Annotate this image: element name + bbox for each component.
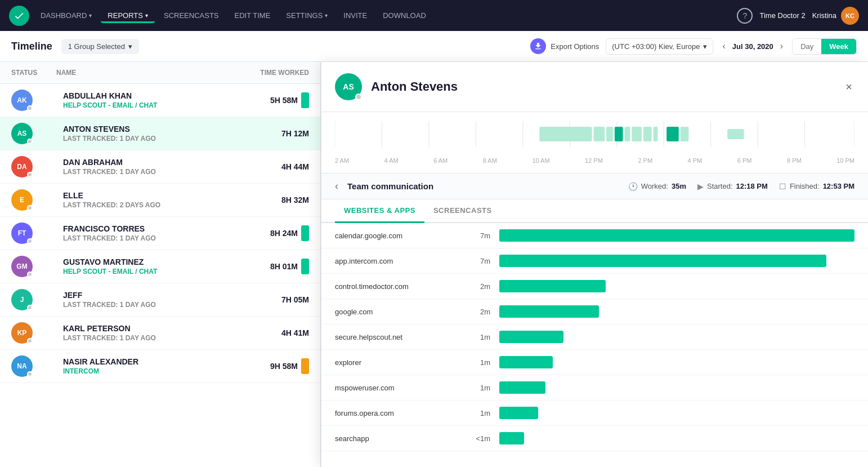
close-panel-button[interactable]: × [843,78,854,96]
row-time-cell: 8h 01m [253,259,309,274]
table-row[interactable]: AS Anton Stevens Last Tracked: 1 day ago… [0,117,320,150]
export-button[interactable]: Export Options [530,38,599,54]
nav-download[interactable]: DOWNLOAD [376,8,433,23]
row-name-cell: Jeff Last Tracked: 1 day ago [56,291,253,309]
status-dot [27,338,33,344]
timezone-selector[interactable]: (UTC +03:00) Kiev, Europe ▾ [606,38,713,55]
prev-date-button[interactable]: ‹ [720,39,727,54]
svg-rect-17 [632,127,642,141]
svg-rect-14 [606,127,613,141]
detail-panel: AS Anton Stevens × [321,62,868,467]
row-time-cell: 4h 41m [253,328,309,337]
table-row[interactable]: E Elle Last Tracked: 2 days ago 8h 32m [0,184,320,217]
avatar: NA [11,355,33,377]
website-time: 2m [468,282,490,291]
website-bar [499,280,606,292]
app-logo[interactable] [9,6,29,26]
back-button[interactable]: ‹ [335,180,338,192]
started-value: 12:18 PM [736,182,768,190]
chevron-down-icon: ▾ [89,12,92,19]
website-bar [499,356,553,368]
nav-invite[interactable]: INVITE [337,8,374,23]
calendar-icon: ☐ [779,182,786,191]
nav-screencasts[interactable]: SCREENCASTS [157,8,226,23]
table-header: Status Name Time Worked [0,62,320,84]
website-time: 1m [468,384,490,392]
website-bar-wrap [499,255,854,267]
worked-meta: 🕐 Worked: 35m [628,182,686,191]
website-name: calendar.google.com [335,232,459,240]
started-meta: ▶ Started: 12:18 PM [697,182,768,191]
export-icon [530,38,546,54]
clock-icon: 🕐 [628,182,638,191]
row-avatar-cell: DA [11,156,56,177]
row-name: Gustavo Martinez [63,257,253,266]
website-row: mspoweruser.com 1m [321,375,868,401]
time-label-2am: 2 AM [335,157,349,164]
time-label-12pm: 12 PM [585,157,603,164]
time-label-6am: 6 AM [433,157,448,164]
next-date-button[interactable]: › [778,39,785,54]
row-time-cell: 8h 24m [253,225,309,241]
website-time: 7m [468,232,490,240]
col-status-header: Status [11,69,56,77]
topnav: DASHBOARD ▾ REPORTS ▾ SCREENCASTS EDIT T… [0,0,868,31]
row-avatar-cell: NA [11,355,56,377]
row-time-value: 9h 58m [270,362,298,371]
day-view-button[interactable]: Day [793,39,821,54]
week-view-button[interactable]: Week [821,39,856,54]
website-bar-wrap [499,356,854,368]
col-name-header: Name [56,69,253,77]
time-label-10pm: 10 PM [836,157,854,164]
table-row[interactable]: KP Karl Peterson Last Tracked: 1 day ago… [0,317,320,350]
website-bar [499,255,826,267]
row-subtitle: Help Scout - Email / Chat [63,101,253,109]
row-time-cell: 7h 05m [253,295,309,304]
table-row[interactable]: GM Gustavo Martinez Help Scout - Email /… [0,250,320,283]
website-row: secure.helpscout.net 1m [321,324,868,350]
row-subtitle: Last Tracked: 1 day ago [63,334,253,342]
nav-dashboard[interactable]: DASHBOARD ▾ [34,8,99,23]
subheader: Timeline 1 Group Selected ▾ Export Optio… [0,31,868,62]
row-avatar-cell: AS [11,123,56,144]
nav-settings[interactable]: SETTINGS ▾ [279,8,334,23]
time-label-8am: 8 AM [483,157,497,164]
row-avatar-cell: E [11,189,56,211]
group-selector[interactable]: 1 Group Selected ▾ [61,39,139,54]
row-subtitle: Last Tracked: 1 day ago [63,301,253,309]
avatar: GM [11,256,33,277]
website-bar [499,229,854,242]
avatar: J [11,289,33,310]
svg-rect-15 [615,127,623,141]
table-row[interactable]: NA Nasir Alexander Intercom 9h 58m [0,350,320,383]
website-time: 1m [468,409,490,417]
table-row[interactable]: DA Dan Abraham Last Tracked: 1 day ago 4… [0,150,320,184]
row-name: Karl Peterson [63,324,253,333]
avatar: KP [11,322,33,344]
brand-name: Time Doctor 2 [759,11,805,20]
tab-websites-apps[interactable]: WEBSITES & APPS [335,199,424,223]
nav-edit-time[interactable]: EDIT TIME [228,8,278,23]
play-icon: ▶ [697,182,704,191]
row-time-value: 5h 58m [270,96,298,105]
websites-list: calendar.google.com 7m app.intercom.com … [321,223,868,451]
time-labels: 2 AM 4 AM 6 AM 8 AM 10 AM 12 PM 2 PM 4 P… [335,157,854,164]
time-bar [301,358,309,374]
time-label-4pm: 4 PM [688,157,703,164]
user-avatar: KC [841,7,859,25]
tab-screencasts[interactable]: SCREENCASTS [424,199,501,223]
svg-rect-13 [594,127,605,141]
table-row[interactable]: J Jeff Last Tracked: 1 day ago 7h 05m [0,283,320,317]
table-row[interactable]: FT Francisco Torres Last Tracked: 1 day … [0,217,320,250]
nav-reports[interactable]: REPORTS ▾ [101,8,155,23]
row-subtitle: Intercom [63,367,253,375]
table-rows: AK Abdullah Khan Help Scout - Email / Ch… [0,84,320,383]
help-button[interactable]: ? [737,8,753,24]
row-subtitle: Last Tracked: 1 day ago [63,168,253,176]
user-menu[interactable]: Kristina KC [812,7,859,25]
time-label-4am: 4 AM [384,157,399,164]
worked-value: 35m [672,182,686,190]
table-row[interactable]: AK Abdullah Khan Help Scout - Email / Ch… [0,84,320,117]
website-bar-wrap [499,305,854,318]
section-meta: 🕐 Worked: 35m ▶ Started: 12:18 PM ☐ Fini… [628,182,854,191]
